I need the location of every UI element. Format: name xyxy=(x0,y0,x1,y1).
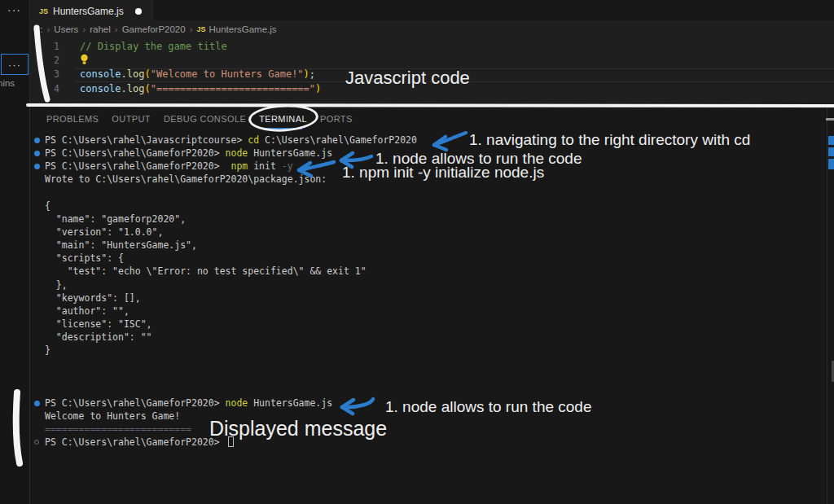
terminal-text: "license": "ISC", xyxy=(45,318,152,330)
panel-scrollbar-track xyxy=(827,107,827,504)
terminal-line: }, xyxy=(33,278,826,291)
terminal-line: { xyxy=(33,199,826,213)
terminal-line: PS C:\Users\rahel\GameforP2020> node Hun… xyxy=(33,397,826,410)
modified-dot-icon[interactable] xyxy=(135,8,142,15)
command-decoration-icon[interactable] xyxy=(34,151,40,156)
scrollbar-command-marker xyxy=(828,136,834,145)
breadcrumb-separator-icon: › xyxy=(186,24,197,34)
code-token: log xyxy=(127,83,145,94)
terminal-text: C:\Users\rahel\GameforP2020 xyxy=(259,134,417,146)
code-token: . xyxy=(121,83,127,94)
terminal-text: "author": "", xyxy=(45,305,129,317)
code-token: ( xyxy=(145,68,151,80)
terminal-text: HuntersGame.js xyxy=(248,147,332,159)
breadcrumb-item[interactable]: rahel xyxy=(90,24,111,34)
terminal-text: node xyxy=(226,397,248,409)
terminal-text: PS C:\Users\rahel\GameforP2020> xyxy=(45,160,230,172)
panel-tab-output[interactable]: OUTPUT xyxy=(112,112,151,125)
terminal-text: PS C:\Users\rahel\GameforP2020> xyxy=(45,436,226,448)
terminal-text: PS C:\Users\rahel\Javascriptcourse> xyxy=(45,134,248,146)
js-file-icon: JS xyxy=(196,25,205,33)
command-decoration-icon[interactable] xyxy=(34,138,40,143)
breadcrumb-item[interactable]: GameforP2020 xyxy=(122,24,186,34)
breadcrumb-item[interactable]: HuntersGame.js xyxy=(209,24,277,34)
terminal-line: "main": "HuntersGame.js", xyxy=(33,239,826,252)
terminal-line xyxy=(33,357,826,370)
terminal-line: "license": "ISC", xyxy=(33,318,826,331)
scrollbar-command-marker xyxy=(828,147,834,156)
panel-tab-label: PROBLEMS xyxy=(46,114,99,124)
line-number: 2 xyxy=(30,55,59,66)
more-actions-icon[interactable]: ··· xyxy=(7,3,21,16)
tab-title: HuntersGame.js xyxy=(53,6,124,17)
terminal-line xyxy=(33,186,826,199)
sidebar-more-button[interactable]: ··· xyxy=(1,54,29,75)
panel-tab-label: PORTS xyxy=(320,114,353,124)
terminal-text: Wrote to C:\Users\rahel\GameforP2020\pac… xyxy=(45,173,327,185)
terminal-text: Welcome to Hunters Game! xyxy=(45,410,180,422)
terminal-panel: PROBLEMSOUTPUTDEBUG CONSOLETERMINALPORTS… xyxy=(30,107,834,504)
code-token: ) xyxy=(315,83,321,94)
code-token: console xyxy=(80,68,121,80)
terminal-text: npm xyxy=(230,160,248,172)
panel-tab-problems[interactable]: PROBLEMS xyxy=(46,112,99,125)
terminal-text: ========================== xyxy=(45,423,191,435)
line-number: 4 xyxy=(30,83,59,94)
code-line: 1// Display the game title xyxy=(30,39,834,53)
terminal-text: "keywords": [], xyxy=(45,292,141,304)
code-line-content: console.log("Welcome to Hunters Game!"); xyxy=(80,68,315,80)
tab-huntersgame-js[interactable]: JS HuntersGame.js xyxy=(31,0,153,22)
terminal-line: "name": "gameforp2020", xyxy=(33,213,826,226)
panel-tab-ports[interactable]: PORTS xyxy=(320,112,353,125)
breadcrumb-item[interactable]: C: xyxy=(33,24,43,34)
terminal-line: "author": "", xyxy=(33,305,826,318)
code-token: ) xyxy=(304,68,309,80)
terminal-text: "description": "" xyxy=(45,331,152,343)
terminal-cursor xyxy=(228,436,234,447)
breadcrumb-separator-icon: › xyxy=(43,24,55,34)
terminal-line: "test": "echo \"Error: no test specified… xyxy=(33,265,826,278)
terminal-line: ========================== xyxy=(33,423,826,436)
breadcrumb-item[interactable]: Users xyxy=(54,24,78,34)
panel-tab-label: OUTPUT xyxy=(112,114,151,124)
command-decoration-icon[interactable] xyxy=(34,440,39,445)
terminal-line: Welcome to Hunters Game! xyxy=(33,410,826,423)
active-tab-indicator xyxy=(265,128,302,130)
terminal-line: PS C:\Users\rahel\GameforP2020> npm init… xyxy=(33,160,826,173)
code-line-content: console.log("=========================="… xyxy=(80,83,321,94)
code-token: // Display the game title xyxy=(80,41,227,52)
terminal-text: "name": "gameforp2020", xyxy=(45,213,186,225)
code-token: log xyxy=(127,68,145,80)
terminal-line: "keywords": [], xyxy=(33,291,826,305)
terminal-line: } xyxy=(33,344,826,357)
terminal-line: "version": "1.0.0", xyxy=(33,226,826,239)
panel-tabs: PROBLEMSOUTPUTDEBUG CONSOLETERMINALPORTS xyxy=(46,112,353,125)
code-editor[interactable]: 1// Display the game title23console.log(… xyxy=(30,39,834,95)
breadcrumb-separator-icon: › xyxy=(111,24,122,34)
terminal-text: "main": "HuntersGame.js", xyxy=(45,239,197,251)
terminal-line: PS C:\Users\rahel\GameforP2020> xyxy=(33,436,826,449)
panel-tab-debug-console[interactable]: DEBUG CONSOLE xyxy=(164,112,246,125)
breadcrumb-separator-icon: › xyxy=(78,24,90,34)
scrollbar-marker xyxy=(826,118,834,121)
terminal-line: "description": "" xyxy=(33,331,826,344)
terminal-line xyxy=(33,383,826,397)
command-decoration-icon[interactable] xyxy=(34,401,40,406)
sidebar-cut-label: nins xyxy=(0,78,15,88)
terminal-output[interactable]: PS C:\Users\rahel\Javascriptcourse> cd C… xyxy=(33,134,826,449)
code-line: 3console.log("Welcome to Hunters Game!")… xyxy=(30,68,834,81)
activity-bar: ··· ··· nins xyxy=(0,0,30,504)
lightbulb-icon[interactable] xyxy=(80,55,89,66)
panel-tab-terminal[interactable]: TERMINAL xyxy=(259,112,307,125)
line-number: 3 xyxy=(30,68,59,80)
terminal-text: cd xyxy=(248,134,259,146)
terminal-line xyxy=(33,370,826,383)
terminal-text: { xyxy=(45,200,50,212)
terminal-line: PS C:\Users\rahel\Javascriptcourse> cd C… xyxy=(33,134,826,147)
code-line-content: // Display the game title xyxy=(80,41,227,52)
terminal-text: "version": "1.0.0", xyxy=(45,226,163,238)
command-decoration-icon[interactable] xyxy=(34,164,40,169)
terminal-text: node xyxy=(226,147,248,159)
line-number: 1 xyxy=(30,41,59,52)
terminal-text: }, xyxy=(45,279,68,291)
